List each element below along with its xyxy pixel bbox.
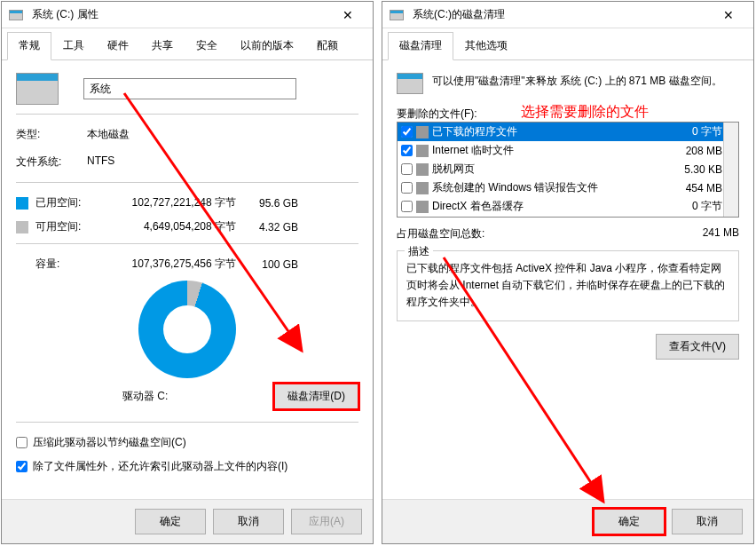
type-label: 类型:	[16, 127, 87, 142]
file-icon	[416, 201, 429, 213]
description-fieldset: 描述 已下载的程序文件包括 ActiveX 控件和 Java 小程序，你查看特定…	[397, 250, 739, 321]
titlebar: 系统 (C:) 属性 ✕	[2, 2, 373, 28]
file-row[interactable]: 系统创建的 Windows 错误报告文件454 MB	[398, 178, 738, 197]
description-legend: 描述	[405, 244, 433, 259]
capacity-gb: 100 GB	[236, 258, 298, 271]
drive-icon	[390, 10, 404, 20]
total-label: 占用磁盘空间总数:	[397, 226, 703, 241]
file-checkbox[interactable]	[401, 182, 413, 194]
tab-hardware[interactable]: 硬件	[96, 32, 140, 59]
titlebar: 系统(C:)的磁盘清理 ✕	[382, 2, 753, 28]
compress-label: 压缩此驱动器以节约磁盘空间(C)	[33, 435, 186, 450]
window-title: 系统 (C:) 属性	[32, 7, 330, 22]
index-checkbox[interactable]	[16, 461, 28, 472]
footer: 确定 取消	[382, 499, 753, 543]
cancel-button[interactable]: 取消	[213, 509, 284, 534]
file-name: 系统创建的 Windows 错误报告文件	[432, 180, 662, 195]
tabs: 磁盘清理 其他选项	[382, 28, 753, 60]
cancel-button[interactable]: 取消	[672, 509, 743, 534]
annotation-text: 选择需要删除的文件	[521, 103, 649, 122]
file-checkbox[interactable]	[401, 145, 413, 156]
ok-button[interactable]: 确定	[594, 509, 665, 534]
disk-cleanup-window: 系统(C:)的磁盘清理 ✕ 磁盘清理 其他选项 可以使用"磁盘清理"来释放 系统…	[382, 1, 754, 544]
used-bytes: 102,727,221,248 字节	[103, 195, 236, 210]
tab-general[interactable]: 常规	[7, 32, 51, 60]
apply-button: 应用(A)	[291, 509, 362, 534]
file-row[interactable]: Internet 临时文件208 MB	[398, 141, 738, 160]
file-checkbox[interactable]	[401, 126, 413, 138]
used-gb: 95.6 GB	[236, 197, 298, 210]
free-swatch	[16, 221, 28, 233]
index-label: 除了文件属性外，还允许索引此驱动器上文件的内容(I)	[33, 459, 287, 474]
disk-cleanup-button[interactable]: 磁盘清理(D)	[274, 384, 358, 409]
file-size: 5.30 KB	[665, 163, 722, 176]
file-icon	[416, 163, 429, 176]
description-text: 已下载的程序文件包括 ActiveX 控件和 Java 小程序，你查看特定网页时…	[406, 260, 729, 312]
delete-files-label: 要删除的文件(F):	[397, 107, 477, 120]
footer: 确定 取消 应用(A)	[2, 499, 373, 543]
intro-text: 可以使用"磁盘清理"来释放 系统 (C:) 上的 871 MB 磁盘空间。	[432, 73, 739, 89]
volume-name-input[interactable]	[83, 78, 296, 99]
tab-sharing[interactable]: 共享	[140, 32, 185, 59]
file-icon	[416, 145, 429, 157]
free-bytes: 4,649,054,208 字节	[103, 219, 236, 234]
file-size: 0 字节	[665, 124, 722, 139]
file-name: 脱机网页	[432, 162, 662, 177]
tab-previous[interactable]: 以前的版本	[229, 32, 305, 59]
file-size: 454 MB	[665, 182, 722, 194]
free-label: 可用空间:	[35, 219, 103, 234]
tab-cleanup[interactable]: 磁盘清理	[388, 32, 453, 60]
ok-button[interactable]: 确定	[135, 509, 206, 534]
drive-icon-medium	[397, 73, 423, 94]
index-checkbox-row[interactable]: 除了文件属性外，还允许索引此驱动器上文件的内容(I)	[16, 459, 358, 474]
usage-donut	[138, 281, 236, 378]
tab-security[interactable]: 安全	[185, 32, 229, 59]
close-icon[interactable]: ✕	[711, 8, 746, 22]
tab-quota[interactable]: 配额	[305, 32, 350, 59]
fs-label: 文件系统:	[16, 154, 87, 170]
fs-value: NTFS	[87, 154, 114, 170]
view-files-button[interactable]: 查看文件(V)	[656, 334, 739, 360]
capacity-label: 容量:	[35, 257, 103, 272]
file-checkbox[interactable]	[401, 201, 413, 212]
file-row[interactable]: DirectX 着色器缓存0 字节	[398, 197, 738, 216]
window-title: 系统(C:)的磁盘清理	[413, 7, 711, 22]
used-label: 已用空间:	[35, 195, 103, 210]
file-name: 已下载的程序文件	[432, 124, 662, 139]
file-icon	[416, 126, 429, 138]
file-name: Internet 临时文件	[432, 143, 662, 158]
tab-other[interactable]: 其他选项	[453, 32, 519, 59]
file-size: 208 MB	[665, 145, 722, 157]
file-checkbox[interactable]	[401, 163, 413, 175]
file-row[interactable]: 脱机网页5.30 KB	[398, 160, 738, 178]
drive-icon	[9, 10, 23, 20]
file-name: DirectX 着色器缓存	[432, 199, 662, 214]
capacity-bytes: 107,376,275,456 字节	[103, 257, 236, 272]
total-value: 241 MB	[703, 226, 739, 241]
drive-icon-large	[16, 73, 59, 105]
compress-checkbox[interactable]	[16, 437, 28, 448]
tabs: 常规 工具 硬件 共享 安全 以前的版本 配额	[2, 28, 373, 60]
file-icon	[416, 182, 429, 194]
file-size: 0 字节	[665, 199, 722, 214]
drive-label: 驱动器 C:	[16, 389, 274, 404]
tab-tools[interactable]: 工具	[51, 32, 96, 59]
type-value: 本地磁盘	[87, 127, 130, 142]
compress-checkbox-row[interactable]: 压缩此驱动器以节约磁盘空间(C)	[16, 435, 358, 450]
properties-window: 系统 (C:) 属性 ✕ 常规 工具 硬件 共享 安全 以前的版本 配额 类型:…	[1, 1, 374, 544]
content: 类型: 本地磁盘 文件系统: NTFS 已用空间: 102,727,221,24…	[2, 60, 373, 499]
file-row[interactable]: 已下载的程序文件0 字节	[398, 123, 738, 141]
file-list[interactable]: 已下载的程序文件0 字节Internet 临时文件208 MB脱机网页5.30 …	[397, 122, 739, 218]
close-icon[interactable]: ✕	[330, 8, 366, 22]
free-gb: 4.32 GB	[236, 221, 298, 233]
content: 可以使用"磁盘清理"来释放 系统 (C:) 上的 871 MB 磁盘空间。 要删…	[382, 60, 753, 499]
used-swatch	[16, 197, 28, 210]
